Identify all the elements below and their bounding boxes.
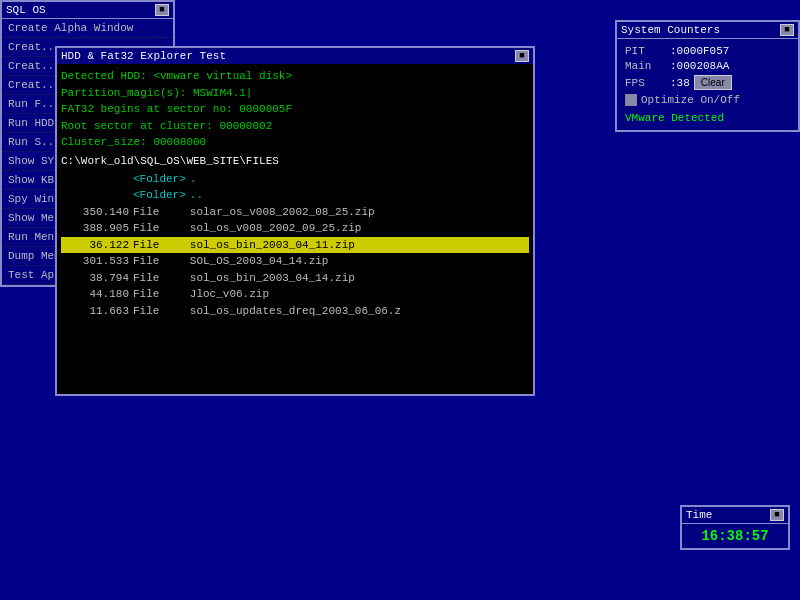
fps-value: :38 xyxy=(670,77,690,89)
pit-row: PIT :0000F057 xyxy=(625,45,790,57)
file-size xyxy=(61,187,131,204)
time-value: 16:38:57 xyxy=(701,528,768,544)
info-line-3: Root sector at cluster: 00000002 xyxy=(61,118,529,135)
table-row[interactable]: 36.122Filesol_os_bin_2003_04_11.zip xyxy=(61,237,529,254)
table-row[interactable]: <Folder>.. xyxy=(61,187,529,204)
file-name: sol_os_bin_2003_04_14.zip xyxy=(188,270,529,287)
file-size: 44.180 xyxy=(61,286,131,303)
time-title-bar: Time ■ xyxy=(682,507,788,524)
explorer-title: HDD & Fat32 Explorer Test xyxy=(61,50,226,62)
file-size: 11.663 xyxy=(61,303,131,320)
file-type: <Folder> xyxy=(131,171,188,188)
file-type: File xyxy=(131,220,188,237)
time-title: Time xyxy=(686,509,712,521)
file-type: File xyxy=(131,270,188,287)
menu-item-create-alpha[interactable]: Create Alpha Window xyxy=(2,19,173,38)
main-row: Main :000208AA xyxy=(625,60,790,72)
main-title-bar: SQL OS ■ xyxy=(2,2,173,19)
explorer-title-bar: HDD & Fat32 Explorer Test ■ xyxy=(57,48,533,64)
table-row[interactable]: <Folder>. xyxy=(61,171,529,188)
main-window-title: SQL OS xyxy=(6,4,46,16)
file-name: sol_os_updates_dreq_2003_06_06.z xyxy=(188,303,529,320)
fps-label: FPS xyxy=(625,77,670,89)
info-line-1: Partition_magic(s): MSWIM4.1| xyxy=(61,85,529,102)
file-size: 301.533 xyxy=(61,253,131,270)
info-line-4: Cluster_size: 00008000 xyxy=(61,134,529,151)
info-line-2: FAT32 begins at sector no: 0000005F xyxy=(61,101,529,118)
pit-label: PIT xyxy=(625,45,670,57)
file-name: sol_os_bin_2003_04_11.zip xyxy=(188,237,529,254)
counters-content: PIT :0000F057 Main :000208AA FPS :38 Cle… xyxy=(617,39,798,130)
file-type: File xyxy=(131,286,188,303)
file-name: sol_os_v008_2002_09_25.zip xyxy=(188,220,529,237)
main-window-close-button[interactable]: ■ xyxy=(155,4,169,16)
main-value: :000208AA xyxy=(670,60,729,72)
counters-title-bar: System Counters ■ xyxy=(617,22,798,39)
counters-title: System Counters xyxy=(621,24,720,36)
counters-close-button[interactable]: ■ xyxy=(780,24,794,36)
explorer-content: Detected HDD: <vmware virtual disk> Part… xyxy=(57,64,533,394)
file-name: . xyxy=(188,171,529,188)
file-table: <Folder>.<Folder>..350.140Filesolar_os_v… xyxy=(61,171,529,320)
file-type: File xyxy=(131,237,188,254)
explorer-close-button[interactable]: ■ xyxy=(515,50,529,62)
optimize-row: Optimize On/Off xyxy=(625,94,790,106)
file-name: SOL_OS_2003_04_14.zip xyxy=(188,253,529,270)
optimize-label: Optimize On/Off xyxy=(641,94,740,106)
table-row[interactable]: 301.533FileSOL_OS_2003_04_14.zip xyxy=(61,253,529,270)
optimize-checkbox[interactable] xyxy=(625,94,637,106)
table-row[interactable]: 388.905Filesol_os_v008_2002_09_25.zip xyxy=(61,220,529,237)
pit-value: :0000F057 xyxy=(670,45,729,57)
file-name: solar_os_v008_2002_08_25.zip xyxy=(188,204,529,221)
table-row[interactable]: 38.794Filesol_os_bin_2003_04_14.zip xyxy=(61,270,529,287)
fps-row: FPS :38 Clear xyxy=(625,75,790,90)
time-content: 16:38:57 xyxy=(682,524,788,548)
time-close-button[interactable]: ■ xyxy=(770,509,784,521)
file-type: File xyxy=(131,204,188,221)
vmware-text: VMware Detected xyxy=(625,112,790,124)
file-size: 350.140 xyxy=(61,204,131,221)
table-row[interactable]: 350.140Filesolar_os_v008_2002_08_25.zip xyxy=(61,204,529,221)
file-size: 36.122 xyxy=(61,237,131,254)
file-name: .. xyxy=(188,187,529,204)
file-type: File xyxy=(131,253,188,270)
file-size: 388.905 xyxy=(61,220,131,237)
table-row[interactable]: 44.180FileJloc_v06.zip xyxy=(61,286,529,303)
file-size: 38.794 xyxy=(61,270,131,287)
file-size xyxy=(61,171,131,188)
current-path: C:\Work_old\SQL_OS\WEB_SITE\FILES xyxy=(61,155,529,167)
file-type: <Folder> xyxy=(131,187,188,204)
file-type: File xyxy=(131,303,188,320)
clear-button[interactable]: Clear xyxy=(694,75,732,90)
explorer-window: HDD & Fat32 Explorer Test ■ Detected HDD… xyxy=(55,46,535,396)
counters-window: System Counters ■ PIT :0000F057 Main :00… xyxy=(615,20,800,132)
main-label: Main xyxy=(625,60,670,72)
time-window: Time ■ 16:38:57 xyxy=(680,505,790,550)
table-row[interactable]: 11.663Filesol_os_updates_dreq_2003_06_06… xyxy=(61,303,529,320)
file-name: Jloc_v06.zip xyxy=(188,286,529,303)
info-line-0: Detected HDD: <vmware virtual disk> xyxy=(61,68,529,85)
